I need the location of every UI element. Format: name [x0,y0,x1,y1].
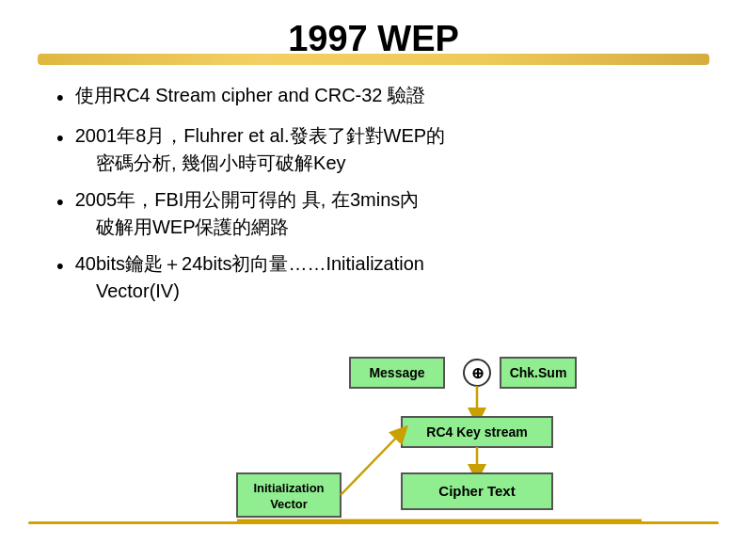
bullet-text-1: 使用RC4 Stream cipher and CRC-32 驗證 [75,82,709,109]
bullet-text-3: 2005年，FBI用公開可得的 具, 在3mins內 破解用WEP保護的網路 [75,186,709,241]
bullet-dot-4: • [56,251,64,281]
bullet-item-2: • 2001年8月，Fluhrer et al.發表了針對WEP的 密碼分析, … [56,122,709,177]
bullet-item-4: • 40bits鑰匙＋24bits初向量……Initialization Vec… [56,250,709,305]
bullet-item-3: • 2005年，FBI用公開可得的 具, 在3mins內 破解用WEP保護的網路 [56,186,709,241]
bottom-line [28,521,719,524]
svg-line-10 [341,432,402,495]
bullet-text-2: 2001年8月，Fluhrer et al.發表了針對WEP的 密碼分析, 幾個… [75,122,709,177]
cipher-label: Cipher Text [438,483,515,499]
message-label: Message [369,365,424,380]
bullet-dot-1: • [56,83,64,113]
bullet-dot-2: • [56,123,64,153]
chksum-label: Chk.Sum [510,365,567,380]
rc4-label: RC4 Key stream [426,424,527,440]
title-underline [38,54,709,65]
svg-text:Vector: Vector [270,497,308,511]
bullet-text-4: 40bits鑰匙＋24bits初向量……Initialization Vecto… [75,250,709,305]
title-area: 1997 WEP [38,19,709,65]
bullet-item-1: • 使用RC4 Stream cipher and CRC-32 驗證 [56,82,709,113]
iv-label: Initialization [253,481,324,495]
slide: 1997 WEP • 使用RC4 Stream cipher and CRC-3… [0,0,747,560]
diagram-svg: Message Chk.Sum ⊕ RC4 Key stream Cipher … [151,353,728,522]
diagram-area: Message Chk.Sum ⊕ RC4 Key stream Cipher … [151,353,728,522]
svg-text:⊕: ⊕ [471,365,484,381]
bullet-dot-3: • [56,187,64,217]
content-area: • 使用RC4 Stream cipher and CRC-32 驗證 • 20… [38,82,709,305]
